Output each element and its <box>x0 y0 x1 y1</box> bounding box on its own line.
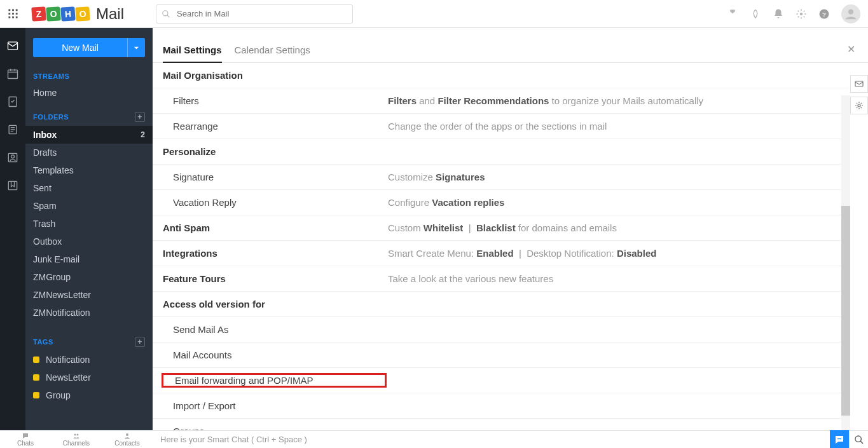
svg-point-25 <box>77 434 79 436</box>
settings-row[interactable]: Email forwarding and POP/IMAP <box>153 368 849 393</box>
settings-row[interactable]: Groups <box>153 419 849 430</box>
settings-row[interactable]: Mail Accounts <box>153 343 849 368</box>
settings-desc: Take a look at the various new features <box>388 273 849 284</box>
nav-label: Group <box>46 390 71 400</box>
sidebar: New Mail STREAMS Home FOLDERS + Inbox2Dr… <box>25 28 153 430</box>
sidebar-item-drafts[interactable]: Drafts <box>25 144 153 161</box>
help-icon[interactable]: ? <box>818 8 830 20</box>
svg-rect-2 <box>15 9 17 11</box>
rail-contacts-icon[interactable] <box>6 151 19 164</box>
footer-search-icon[interactable] <box>849 431 868 449</box>
settings-row[interactable]: Mail Organisation <box>153 63 849 88</box>
chat-bubble-icon[interactable] <box>830 430 849 449</box>
right-mail-icon[interactable] <box>850 75 868 93</box>
search-input[interactable] <box>176 8 347 19</box>
sidebar-item-home[interactable]: Home <box>25 84 153 102</box>
nav-label: Templates <box>33 165 74 175</box>
tag-item-newsletter[interactable]: NewsLetter <box>25 369 153 386</box>
footer-contacts[interactable]: Contacts <box>102 432 153 447</box>
settings-row[interactable]: RearrangeChange the order of the apps or… <box>153 114 849 139</box>
tab-mail-settings[interactable]: Mail Settings <box>163 44 222 63</box>
zoho-mail-logo[interactable]: ZOHO Mail <box>25 5 130 23</box>
avatar[interactable] <box>841 4 860 24</box>
settings-label: Anti Spam <box>163 222 388 233</box>
tags-header: TAGS + <box>25 333 153 351</box>
settings-row[interactable]: Anti SpamCustom Whitelist | Blacklist fo… <box>153 215 849 241</box>
sidebar-item-outbox[interactable]: Outbox <box>25 233 153 250</box>
smart-chat-hint[interactable]: Here is your Smart Chat ( Ctrl + Space ) <box>153 435 830 444</box>
settings-row[interactable]: Vacation ReplyConfigure Vacation replies <box>153 190 849 215</box>
settings-list[interactable]: Mail OrganisationFiltersFilters and Filt… <box>153 63 868 430</box>
settings-desc: Smart Create Menu: Enabled | Desktop Not… <box>388 248 849 259</box>
footer-chats[interactable]: Chats <box>0 432 51 447</box>
rail-calendar-icon[interactable] <box>6 67 19 80</box>
leaf-icon[interactable] <box>750 8 761 20</box>
logo-letter: O <box>75 6 90 21</box>
add-folder-icon[interactable]: + <box>135 112 145 122</box>
new-mail-button[interactable]: New Mail <box>33 38 145 57</box>
gear-icon[interactable] <box>796 8 807 20</box>
bell-icon[interactable] <box>773 8 784 20</box>
add-tag-icon[interactable]: + <box>135 337 145 347</box>
tag-item-notification[interactable]: Notification <box>25 351 153 369</box>
svg-point-27 <box>855 436 861 442</box>
apps-launcher-icon[interactable] <box>0 0 25 28</box>
nav-label: NewsLetter <box>46 372 91 383</box>
app-header: ZOHO Mail ? <box>0 0 868 28</box>
settings-row[interactable]: FiltersFilters and Filter Recommendation… <box>153 88 849 114</box>
rail-tasks-icon[interactable] <box>6 95 19 108</box>
tag-item-group[interactable]: Group <box>25 386 153 404</box>
badge: 2 <box>141 130 145 139</box>
nav-label: ZMNewsLetter <box>33 290 91 300</box>
settings-row[interactable]: Personalize <box>153 139 849 165</box>
settings-row[interactable]: IntegrationsSmart Create Menu: Enabled |… <box>153 241 849 266</box>
svg-rect-15 <box>8 42 18 50</box>
settings-label: Signature <box>163 172 388 182</box>
settings-desc: Configure Vacation replies <box>388 197 849 208</box>
logo-letter: O <box>46 6 60 21</box>
rail-notes-icon[interactable] <box>6 123 19 136</box>
settings-row[interactable]: Send Mail As <box>153 317 849 343</box>
sidebar-item-junk-e-mail[interactable]: Junk E-mail <box>25 250 153 268</box>
settings-label: Integrations <box>163 248 388 259</box>
tag-swatch <box>33 356 39 363</box>
sidebar-item-inbox[interactable]: Inbox2 <box>25 126 153 144</box>
svg-rect-7 <box>12 17 14 18</box>
scrollbar-thumb[interactable] <box>841 206 850 416</box>
settings-label: Feature Tours <box>163 273 388 284</box>
svg-rect-6 <box>8 17 10 18</box>
settings-label: Mail Accounts <box>163 350 388 360</box>
sidebar-item-trash[interactable]: Trash <box>25 215 153 233</box>
streams-header: STREAMS <box>25 69 153 84</box>
footer-channels[interactable]: Channels <box>51 432 102 447</box>
sidebar-item-zmgroup[interactable]: ZMGroup <box>25 268 153 286</box>
svg-rect-1 <box>12 9 14 11</box>
settings-row[interactable]: Access old version for <box>153 292 849 317</box>
sidebar-item-zmnewsletter[interactable]: ZMNewsLetter <box>25 286 153 304</box>
sidebar-item-sent[interactable]: Sent <box>25 179 153 197</box>
attachment-icon[interactable] <box>727 8 738 20</box>
settings-row[interactable]: SignatureCustomize Signatures <box>153 165 849 190</box>
search-box[interactable] <box>156 4 353 24</box>
settings-desc: Customize Signatures <box>388 172 849 182</box>
sidebar-item-templates[interactable]: Templates <box>25 161 153 179</box>
new-mail-dropdown[interactable] <box>127 38 145 57</box>
settings-label: Email forwarding and POP/IMAP <box>162 373 387 388</box>
settings-label: Rearrange <box>163 121 388 132</box>
right-rail <box>850 28 868 114</box>
logo-word: Mail <box>96 5 124 23</box>
settings-row[interactable]: Import / Export <box>153 393 849 419</box>
svg-point-20 <box>11 155 15 158</box>
tab-calendar-settings[interactable]: Calendar Settings <box>235 44 310 62</box>
rail-mail-icon[interactable] <box>6 39 19 52</box>
settings-label: Filters <box>163 95 388 106</box>
right-gear-icon[interactable] <box>850 97 868 114</box>
folders-header: FOLDERS + <box>25 108 153 126</box>
nav-label: Drafts <box>33 147 57 158</box>
sidebar-item-zmnotification[interactable]: ZMNotification <box>25 304 153 322</box>
svg-point-23 <box>858 104 860 107</box>
sidebar-item-spam[interactable]: Spam <box>25 197 153 215</box>
nav-label: Outbox <box>33 236 62 247</box>
rail-bookmark-icon[interactable] <box>6 179 19 192</box>
settings-row[interactable]: Feature ToursTake a look at the various … <box>153 266 849 292</box>
